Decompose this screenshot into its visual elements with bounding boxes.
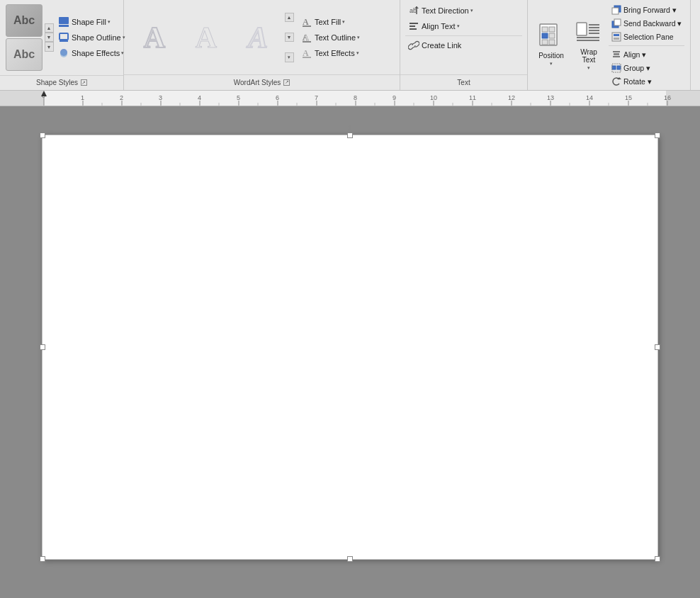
position-dropdown-arrow: ▾	[550, 61, 553, 67]
text-effects-label: Text Effects	[315, 49, 355, 57]
shape-effects-icon	[58, 47, 69, 59]
text-fill-icon: A	[301, 16, 312, 28]
align-text-button[interactable]: Align Text ▾	[405, 19, 522, 33]
link-icon	[408, 40, 419, 51]
svg-text:5: 5	[237, 94, 240, 101]
svg-rect-35	[614, 19, 621, 26]
text-fill-arrow: ▾	[342, 19, 345, 25]
svg-text:A: A	[303, 48, 309, 58]
handle-top-left[interactable]	[40, 132, 45, 138]
svg-text:A: A	[303, 17, 309, 27]
handle-middle-right[interactable]	[655, 344, 660, 350]
svg-rect-48	[666, 91, 700, 106]
text-effects-arrow: ▾	[356, 50, 359, 56]
handle-bottom-right[interactable]	[655, 556, 660, 562]
text-controls: ab Text Direction ▾	[405, 4, 522, 71]
svg-rect-40	[614, 53, 619, 55]
wordart-scroll-up[interactable]: ▲	[285, 13, 294, 22]
handle-bottom-center[interactable]	[347, 556, 353, 562]
text-fill-button[interactable]: A Text Fill ▾	[298, 15, 363, 29]
move-handle[interactable]: ⠿	[346, 125, 354, 131]
shape-effects-button[interactable]: Shape Effects ▾	[55, 46, 128, 60]
outline-icon	[58, 32, 69, 43]
wordart-styles-group: A A A ▲ ▼ ▾ A	[124, 0, 400, 90]
wordart-scroll-expand[interactable]: ▾	[285, 52, 294, 62]
wrap-text-dropdown-arrow: ▾	[587, 65, 590, 71]
bring-forward-button[interactable]: Bring Forward ▾	[609, 4, 684, 16]
group-button[interactable]: Group ▾	[609, 62, 684, 74]
shape-style-1[interactable]: Abc	[6, 4, 43, 37]
group-icon	[611, 63, 621, 73]
wordart-styles-expand[interactable]: ↗	[283, 79, 290, 86]
position-button[interactable]: Position ▾	[534, 4, 569, 88]
handle-top-center[interactable]	[347, 132, 353, 138]
svg-rect-9	[303, 41, 311, 43]
svg-text:7: 7	[315, 94, 318, 101]
create-link-button[interactable]: Create Link	[405, 38, 522, 52]
shape-outline-label: Shape Outline	[72, 33, 121, 42]
shape-fill-arrow: ▾	[108, 19, 111, 25]
svg-text:16: 16	[664, 94, 671, 101]
wordart-sample-1[interactable]: A	[130, 13, 179, 62]
svg-rect-2	[60, 33, 68, 40]
shape-fill-button[interactable]: Shape Fill ▾	[55, 15, 128, 29]
shape-outline-button[interactable]: Shape Outline ▾	[55, 30, 128, 45]
wordart-controls: A Text Fill ▾ A	[295, 15, 363, 60]
svg-text:3: 3	[159, 94, 162, 101]
svg-rect-25	[577, 23, 587, 35]
svg-text:9: 9	[393, 94, 396, 101]
svg-rect-42	[612, 66, 616, 69]
arrange-group: Position ▾	[528, 0, 691, 90]
svg-text:14: 14	[586, 94, 593, 101]
svg-rect-11	[303, 57, 311, 58]
wordart-sample-3[interactable]: A	[233, 13, 283, 62]
wordart-sample-2[interactable]: A	[181, 13, 231, 62]
text-direction-button[interactable]: ab Text Direction ▾	[405, 4, 522, 18]
svg-rect-36	[612, 33, 621, 41]
ruler: // This SVG script won't execute, so we'…	[0, 91, 700, 106]
handle-top-right[interactable]	[655, 132, 660, 138]
svg-rect-37	[614, 34, 619, 36]
handle-middle-left[interactable]	[40, 344, 45, 350]
shape-samples: Abc Abc	[6, 4, 43, 71]
position-icon	[538, 25, 564, 50]
svg-rect-1	[59, 25, 69, 27]
shape-styles-expand[interactable]: ↗	[81, 79, 87, 86]
shape-style-2[interactable]: Abc	[6, 38, 43, 71]
svg-text:6: 6	[276, 94, 279, 101]
svg-rect-24	[549, 40, 555, 45]
text-outline-button[interactable]: A Text Outline ▾	[298, 30, 363, 45]
text-direction-label: Text Direction	[422, 6, 469, 15]
svg-rect-47	[0, 91, 44, 106]
text-group-label: Text	[400, 74, 527, 90]
send-backward-button[interactable]: Send Backward ▾	[609, 17, 684, 30]
wordart-scroll-down[interactable]: ▼	[285, 33, 294, 42]
handle-bottom-left[interactable]	[40, 556, 45, 562]
wrap-text-button[interactable]: WrapText ▾	[571, 4, 606, 88]
send-backward-icon	[611, 18, 621, 28]
shape-scroll-down[interactable]: ▼	[45, 33, 54, 42]
canvas-area[interactable]: ⠿	[0, 106, 700, 598]
text-outline-icon: A	[301, 32, 312, 43]
svg-rect-46	[0, 91, 700, 106]
selection-pane-icon	[611, 32, 621, 42]
svg-text:8: 8	[354, 94, 357, 101]
text-effects-button[interactable]: A Text Effects ▾	[298, 46, 363, 60]
text-group: ab Text Direction ▾	[400, 0, 528, 90]
shape-scroll-up[interactable]: ▲	[45, 23, 54, 33]
svg-text:15: 15	[625, 94, 632, 101]
text-outline-arrow: ▾	[357, 35, 360, 40]
svg-text:11: 11	[469, 94, 476, 101]
shape-styles-label: Shape Styles ↗	[0, 75, 123, 90]
rotate-button[interactable]: Rotate ▾	[609, 75, 684, 88]
shape-fill-label: Shape Fill	[72, 18, 106, 26]
text-fill-label: Text Fill	[315, 18, 341, 26]
align-button[interactable]: Align ▾	[609, 48, 684, 61]
fill-icon	[58, 16, 69, 28]
svg-rect-17	[410, 28, 417, 30]
align-text-icon	[408, 21, 419, 32]
svg-rect-23	[542, 40, 548, 45]
shape-scroll-expand[interactable]: ▾	[45, 42, 54, 52]
svg-rect-15	[410, 23, 418, 24]
selection-pane-button[interactable]: Selection Pane	[609, 30, 684, 43]
